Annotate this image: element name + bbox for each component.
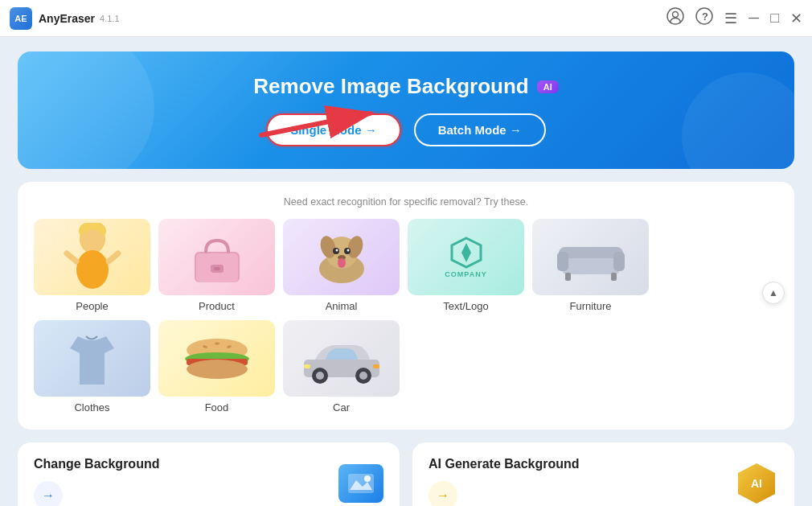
- scroll-up-arrow[interactable]: ▲: [762, 282, 785, 304]
- svg-point-22: [335, 249, 338, 252]
- category-furniture-label: Furniture: [569, 300, 611, 312]
- ai-gen-bg-arrow[interactable]: →: [429, 481, 457, 506]
- category-car[interactable]: Car: [283, 320, 400, 413]
- category-clothes-thumb: [34, 320, 150, 397]
- category-clothes-label: Clothes: [74, 401, 109, 413]
- batch-mode-button[interactable]: Batch Mode →: [414, 113, 546, 146]
- app-version: 4.1.1: [100, 14, 119, 23]
- ai-gen-bg-icon: AI: [735, 462, 778, 505]
- category-animal-label: Animal: [326, 300, 358, 312]
- ai-generate-bg-card: AI Generate Background → AI: [412, 442, 794, 506]
- category-animal-thumb: [283, 219, 400, 295]
- app-logo: AE: [10, 7, 32, 30]
- svg-text:AI: AI: [751, 477, 762, 490]
- change-bg-title: Change Background: [34, 457, 159, 471]
- category-food-label: Food: [205, 401, 229, 413]
- category-people-thumb: [34, 219, 150, 295]
- svg-rect-15: [214, 267, 220, 270]
- svg-point-36: [187, 360, 248, 379]
- svg-rect-45: [304, 364, 310, 368]
- category-textlogo-label: Text/Logo: [443, 300, 488, 312]
- menu-icon[interactable]: ☰: [724, 10, 737, 27]
- category-product[interactable]: Product: [158, 219, 275, 312]
- change-bg-arrow[interactable]: →: [34, 481, 63, 506]
- ai-badge: AI: [537, 80, 559, 93]
- svg-rect-28: [562, 258, 620, 274]
- category-product-thumb: [158, 219, 275, 295]
- hero-card: Remove Image Background AI Single Mode →…: [18, 51, 794, 169]
- svg-rect-30: [613, 252, 625, 271]
- window-controls: ? ☰ ─ □ ✕: [666, 7, 802, 29]
- category-people-label: People: [76, 300, 108, 312]
- svg-rect-32: [611, 273, 617, 281]
- app-name: AnyEraser: [39, 12, 95, 25]
- category-textlogo[interactable]: COMPANY Text/Logo: [408, 219, 524, 312]
- category-car-thumb: [283, 320, 400, 397]
- svg-point-1: [673, 12, 679, 18]
- category-product-label: Product: [199, 300, 235, 312]
- change-background-card: Change Background →: [18, 442, 400, 506]
- red-arrow-annotation: [245, 91, 398, 147]
- category-animal[interactable]: Animal: [283, 219, 400, 312]
- svg-line-11: [109, 253, 118, 261]
- svg-rect-46: [373, 364, 379, 368]
- category-food-thumb: [158, 320, 275, 397]
- main-content: Remove Image Background AI Single Mode →…: [0, 37, 812, 506]
- titlebar: AE AnyEraser 4.1.1 ? ☰ ─ □ ✕: [0, 0, 812, 37]
- category-food[interactable]: Food: [158, 320, 275, 413]
- category-car-label: Car: [333, 401, 350, 413]
- svg-point-38: [215, 342, 219, 344]
- svg-text:?: ?: [702, 10, 708, 23]
- svg-rect-31: [565, 273, 571, 281]
- recognition-hint: Need exact recognition for specific remo…: [34, 196, 778, 208]
- change-bg-icon: [338, 464, 383, 503]
- maximize-icon[interactable]: □: [770, 10, 779, 27]
- svg-point-25: [338, 258, 346, 268]
- minimize-icon[interactable]: ─: [748, 10, 759, 27]
- close-icon[interactable]: ✕: [790, 10, 802, 27]
- svg-point-8: [81, 229, 104, 252]
- profile-icon[interactable]: [666, 7, 684, 29]
- category-furniture[interactable]: Furniture: [532, 219, 649, 312]
- svg-point-48: [364, 475, 371, 482]
- svg-rect-47: [348, 474, 374, 493]
- categories-grid: People: [34, 219, 649, 413]
- svg-point-42: [316, 372, 324, 380]
- help-icon[interactable]: ?: [695, 7, 713, 29]
- svg-point-26: [464, 250, 469, 255]
- category-furniture-thumb: [532, 219, 649, 295]
- svg-line-5: [261, 113, 370, 135]
- category-clothes[interactable]: Clothes: [34, 320, 150, 413]
- svg-rect-29: [557, 252, 568, 271]
- svg-line-10: [67, 253, 76, 261]
- category-people[interactable]: People: [34, 219, 150, 312]
- recognition-section: Need exact recognition for specific remo…: [18, 182, 794, 430]
- svg-point-9: [76, 250, 109, 289]
- ai-gen-bg-title: AI Generate Background: [429, 457, 580, 471]
- svg-point-23: [347, 249, 349, 252]
- category-textlogo-thumb: COMPANY: [408, 219, 524, 295]
- bottom-cards-row: Change Background → AI Generate Backgrou…: [18, 442, 794, 506]
- svg-point-44: [359, 372, 367, 380]
